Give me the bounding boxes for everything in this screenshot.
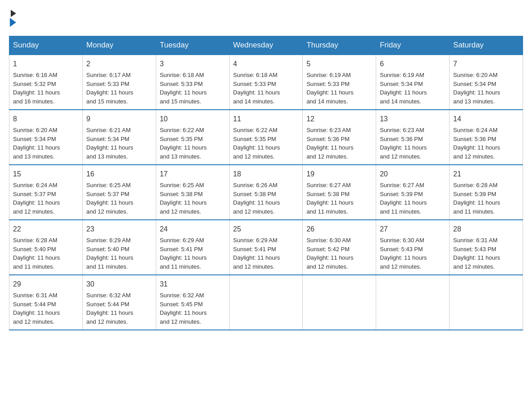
calendar-cell bbox=[229, 275, 303, 330]
calendar-week-row: 8Sunrise: 6:20 AMSunset: 5:34 PMDaylight… bbox=[9, 110, 523, 165]
calendar-cell: 30Sunrise: 6:32 AMSunset: 5:44 PMDayligh… bbox=[82, 275, 156, 330]
day-number: 12 bbox=[306, 114, 372, 124]
day-info: Sunrise: 6:18 AMSunset: 5:33 PMDaylight:… bbox=[160, 72, 207, 105]
day-info: Sunrise: 6:23 AMSunset: 5:36 PMDaylight:… bbox=[306, 127, 353, 160]
day-number: 24 bbox=[160, 224, 226, 235]
calendar-cell: 10Sunrise: 6:22 AMSunset: 5:35 PMDayligh… bbox=[156, 110, 229, 165]
calendar-cell: 24Sunrise: 6:29 AMSunset: 5:41 PMDayligh… bbox=[156, 220, 229, 275]
day-number: 27 bbox=[380, 224, 446, 235]
day-info: Sunrise: 6:21 AMSunset: 5:34 PMDaylight:… bbox=[86, 127, 133, 160]
day-info: Sunrise: 6:19 AMSunset: 5:33 PMDaylight:… bbox=[306, 72, 353, 105]
calendar-cell: 17Sunrise: 6:25 AMSunset: 5:38 PMDayligh… bbox=[156, 165, 229, 220]
calendar-cell: 4Sunrise: 6:18 AMSunset: 5:33 PMDaylight… bbox=[229, 55, 303, 110]
day-number: 20 bbox=[380, 169, 446, 180]
day-number: 23 bbox=[86, 224, 152, 235]
calendar-cell: 19Sunrise: 6:27 AMSunset: 5:38 PMDayligh… bbox=[303, 165, 376, 220]
day-info: Sunrise: 6:22 AMSunset: 5:35 PMDaylight:… bbox=[233, 127, 280, 160]
day-number: 15 bbox=[13, 169, 79, 180]
day-number: 9 bbox=[86, 114, 152, 124]
calendar-week-row: 29Sunrise: 6:31 AMSunset: 5:44 PMDayligh… bbox=[9, 275, 523, 330]
day-info: Sunrise: 6:28 AMSunset: 5:39 PMDaylight:… bbox=[453, 182, 500, 215]
day-info: Sunrise: 6:31 AMSunset: 5:44 PMDaylight:… bbox=[13, 292, 60, 325]
logo bbox=[9, 9, 16, 27]
day-info: Sunrise: 6:17 AMSunset: 5:33 PMDaylight:… bbox=[86, 72, 133, 105]
day-info: Sunrise: 6:18 AMSunset: 5:33 PMDaylight:… bbox=[233, 72, 280, 105]
day-info: Sunrise: 6:25 AMSunset: 5:38 PMDaylight:… bbox=[160, 182, 207, 215]
calendar-cell: 12Sunrise: 6:23 AMSunset: 5:36 PMDayligh… bbox=[303, 110, 376, 165]
calendar-cell: 28Sunrise: 6:31 AMSunset: 5:43 PMDayligh… bbox=[450, 220, 523, 275]
calendar-cell: 3Sunrise: 6:18 AMSunset: 5:33 PMDaylight… bbox=[156, 55, 229, 110]
day-info: Sunrise: 6:31 AMSunset: 5:43 PMDaylight:… bbox=[453, 237, 500, 270]
day-number: 5 bbox=[306, 59, 372, 69]
calendar-cell: 14Sunrise: 6:24 AMSunset: 5:36 PMDayligh… bbox=[450, 110, 523, 165]
calendar-cell: 27Sunrise: 6:30 AMSunset: 5:43 PMDayligh… bbox=[376, 220, 450, 275]
calendar-cell: 13Sunrise: 6:23 AMSunset: 5:36 PMDayligh… bbox=[376, 110, 450, 165]
header-tuesday: Tuesday bbox=[156, 36, 229, 55]
logo-blue bbox=[9, 17, 16, 27]
calendar-cell: 20Sunrise: 6:27 AMSunset: 5:39 PMDayligh… bbox=[376, 165, 450, 220]
day-number: 10 bbox=[160, 114, 226, 124]
calendar-week-row: 15Sunrise: 6:24 AMSunset: 5:37 PMDayligh… bbox=[9, 165, 523, 220]
day-number: 3 bbox=[160, 59, 226, 69]
header-saturday: Saturday bbox=[450, 36, 523, 55]
calendar-cell: 26Sunrise: 6:30 AMSunset: 5:42 PMDayligh… bbox=[303, 220, 376, 275]
day-info: Sunrise: 6:20 AMSunset: 5:34 PMDaylight:… bbox=[453, 72, 500, 105]
calendar-cell: 29Sunrise: 6:31 AMSunset: 5:44 PMDayligh… bbox=[9, 275, 83, 330]
day-info: Sunrise: 6:19 AMSunset: 5:34 PMDaylight:… bbox=[380, 72, 427, 105]
day-info: Sunrise: 6:30 AMSunset: 5:42 PMDaylight:… bbox=[306, 237, 353, 270]
day-number: 21 bbox=[453, 169, 519, 180]
calendar-cell: 25Sunrise: 6:29 AMSunset: 5:41 PMDayligh… bbox=[229, 220, 303, 275]
day-number: 18 bbox=[233, 169, 299, 180]
calendar-cell: 2Sunrise: 6:17 AMSunset: 5:33 PMDaylight… bbox=[82, 55, 156, 110]
calendar-cell: 21Sunrise: 6:28 AMSunset: 5:39 PMDayligh… bbox=[450, 165, 523, 220]
day-number: 29 bbox=[13, 279, 79, 290]
day-number: 19 bbox=[306, 169, 372, 180]
day-number: 22 bbox=[13, 224, 79, 235]
calendar-cell bbox=[303, 275, 376, 330]
calendar-cell: 31Sunrise: 6:32 AMSunset: 5:45 PMDayligh… bbox=[156, 275, 229, 330]
day-info: Sunrise: 6:32 AMSunset: 5:45 PMDaylight:… bbox=[160, 292, 207, 325]
header-thursday: Thursday bbox=[303, 36, 376, 55]
day-number: 4 bbox=[233, 59, 299, 69]
calendar-cell: 11Sunrise: 6:22 AMSunset: 5:35 PMDayligh… bbox=[229, 110, 303, 165]
day-info: Sunrise: 6:23 AMSunset: 5:36 PMDaylight:… bbox=[380, 127, 427, 160]
calendar-table: SundayMondayTuesdayWednesdayThursdayFrid… bbox=[9, 36, 523, 330]
calendar-cell: 22Sunrise: 6:28 AMSunset: 5:40 PMDayligh… bbox=[9, 220, 83, 275]
day-info: Sunrise: 6:26 AMSunset: 5:38 PMDaylight:… bbox=[233, 182, 280, 215]
day-info: Sunrise: 6:32 AMSunset: 5:44 PMDaylight:… bbox=[86, 292, 133, 325]
day-number: 17 bbox=[160, 169, 226, 180]
logo-arrow-icon bbox=[10, 18, 16, 27]
day-info: Sunrise: 6:29 AMSunset: 5:41 PMDaylight:… bbox=[233, 237, 280, 270]
day-info: Sunrise: 6:24 AMSunset: 5:36 PMDaylight:… bbox=[453, 127, 500, 160]
calendar-cell: 16Sunrise: 6:25 AMSunset: 5:37 PMDayligh… bbox=[82, 165, 156, 220]
header-wednesday: Wednesday bbox=[229, 36, 303, 55]
day-info: Sunrise: 6:22 AMSunset: 5:35 PMDaylight:… bbox=[160, 127, 207, 160]
day-number: 14 bbox=[453, 114, 519, 124]
day-number: 25 bbox=[233, 224, 299, 235]
day-info: Sunrise: 6:28 AMSunset: 5:40 PMDaylight:… bbox=[13, 237, 60, 270]
calendar-week-row: 22Sunrise: 6:28 AMSunset: 5:40 PMDayligh… bbox=[9, 220, 523, 275]
day-info: Sunrise: 6:29 AMSunset: 5:40 PMDaylight:… bbox=[86, 237, 133, 270]
header-monday: Monday bbox=[82, 36, 156, 55]
day-info: Sunrise: 6:27 AMSunset: 5:38 PMDaylight:… bbox=[306, 182, 353, 215]
page-header bbox=[9, 9, 523, 27]
day-number: 6 bbox=[380, 59, 446, 69]
calendar-cell: 1Sunrise: 6:16 AMSunset: 5:32 PMDaylight… bbox=[9, 55, 83, 110]
day-info: Sunrise: 6:30 AMSunset: 5:43 PMDaylight:… bbox=[380, 237, 427, 270]
calendar-cell: 5Sunrise: 6:19 AMSunset: 5:33 PMDaylight… bbox=[303, 55, 376, 110]
calendar-cell: 6Sunrise: 6:19 AMSunset: 5:34 PMDaylight… bbox=[376, 55, 450, 110]
day-number: 31 bbox=[160, 279, 226, 290]
day-info: Sunrise: 6:20 AMSunset: 5:34 PMDaylight:… bbox=[13, 127, 60, 160]
calendar-week-row: 1Sunrise: 6:16 AMSunset: 5:32 PMDaylight… bbox=[9, 55, 523, 110]
day-number: 16 bbox=[86, 169, 152, 180]
day-number: 28 bbox=[453, 224, 519, 235]
day-number: 7 bbox=[453, 59, 519, 69]
calendar-header-row: SundayMondayTuesdayWednesdayThursdayFrid… bbox=[9, 36, 523, 55]
day-number: 1 bbox=[13, 59, 79, 69]
calendar-cell: 23Sunrise: 6:29 AMSunset: 5:40 PMDayligh… bbox=[82, 220, 156, 275]
day-info: Sunrise: 6:24 AMSunset: 5:37 PMDaylight:… bbox=[13, 182, 60, 215]
calendar-cell: 18Sunrise: 6:26 AMSunset: 5:38 PMDayligh… bbox=[229, 165, 303, 220]
header-sunday: Sunday bbox=[9, 36, 83, 55]
calendar-cell: 8Sunrise: 6:20 AMSunset: 5:34 PMDaylight… bbox=[9, 110, 83, 165]
header-friday: Friday bbox=[376, 36, 450, 55]
